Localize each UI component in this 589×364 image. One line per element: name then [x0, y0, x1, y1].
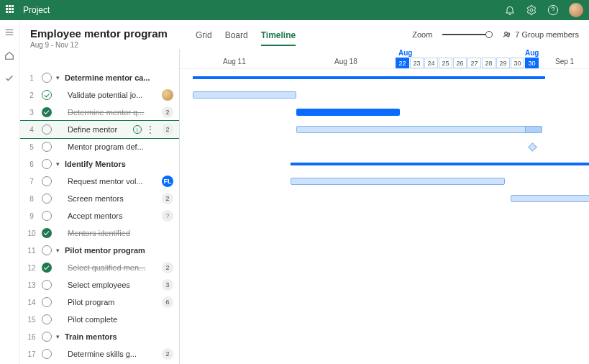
menu-icon[interactable] — [4, 27, 16, 39]
tab-board[interactable]: Board — [225, 30, 248, 46]
task-label: Mentors identified — [56, 229, 173, 237]
status-circle[interactable] — [42, 297, 52, 307]
task-bar[interactable] — [296, 126, 541, 133]
day-cell[interactable]: 28 — [482, 58, 496, 68]
zoom-slider[interactable] — [442, 31, 493, 38]
task-label: Pilot mentor program — [63, 246, 173, 255]
info-icon[interactable]: i — [133, 125, 142, 134]
home-icon[interactable] — [4, 50, 16, 62]
day-cell[interactable]: 23 — [410, 58, 424, 68]
settings-icon[interactable] — [526, 4, 537, 16]
task-row[interactable]: 3Determine mentor q...2 — [20, 104, 179, 121]
count-badge[interactable]: 3 — [162, 279, 173, 291]
summary-bar[interactable] — [291, 163, 589, 165]
task-row[interactable]: 10Mentors identified — [20, 224, 179, 242]
status-circle[interactable] — [42, 142, 52, 152]
task-bar[interactable] — [296, 109, 400, 116]
count-badge[interactable]: 2 — [162, 262, 173, 273]
status-circle[interactable] — [42, 349, 52, 359]
week-label: Sep 1 — [555, 58, 574, 65]
chevron-down-icon[interactable]: ▾ — [56, 74, 63, 81]
day-cell[interactable]: 24 — [424, 58, 438, 68]
task-row[interactable]: 2Validate potential jo... — [20, 86, 179, 104]
week-label: Aug 18 — [334, 58, 357, 65]
task-row[interactable]: 7Request mentor vol...FL — [20, 173, 179, 190]
chevron-down-icon[interactable]: ▾ — [56, 160, 63, 168]
user-avatar[interactable] — [569, 3, 583, 17]
gantt-row — [180, 259, 589, 276]
chevron-down-icon[interactable]: ▾ — [56, 247, 63, 254]
task-row[interactable]: 17Determine skills g...2 — [20, 345, 179, 363]
task-bar[interactable] — [511, 195, 589, 202]
status-circle[interactable] — [42, 107, 52, 117]
count-badge[interactable]: 2 — [162, 106, 173, 118]
status-circle[interactable] — [42, 211, 52, 221]
help-icon[interactable] — [547, 4, 559, 16]
status-circle[interactable] — [42, 159, 52, 169]
task-row[interactable]: 6▾Identify Mentors — [20, 155, 179, 173]
task-label: Mentor program def... — [56, 142, 173, 151]
task-row[interactable]: 14Pilot program6 — [20, 294, 179, 311]
row-number: 11 — [26, 247, 37, 255]
status-circle[interactable] — [42, 280, 52, 290]
task-bar[interactable] — [193, 91, 296, 99]
task-row[interactable]: 11▾Pilot mentor program — [20, 242, 179, 259]
day-cell[interactable]: 30 — [511, 58, 524, 68]
assignee-avatar[interactable] — [162, 89, 173, 101]
group-members-button[interactable]: 7 Group members — [503, 30, 579, 39]
status-circle[interactable] — [42, 73, 52, 83]
day-cell[interactable]: 26 — [453, 58, 467, 68]
task-bar[interactable] — [525, 126, 542, 133]
week-label: Aug 11 — [223, 58, 246, 65]
chevron-down-icon[interactable]: ▾ — [56, 333, 63, 340]
task-bar[interactable] — [291, 178, 505, 185]
status-circle[interactable] — [42, 332, 52, 342]
status-circle[interactable] — [42, 90, 52, 100]
day-cell[interactable]: 29 — [496, 58, 510, 68]
app-launcher-icon[interactable] — [6, 5, 16, 15]
count-badge[interactable]: 6 — [162, 296, 173, 308]
day-cell[interactable]: 25 — [439, 58, 452, 68]
status-circle[interactable] — [42, 176, 52, 186]
day-cell[interactable]: 22 — [396, 58, 409, 68]
gantt-row — [180, 224, 589, 242]
day-cell[interactable]: 27 — [467, 58, 481, 68]
gantt-row — [180, 311, 589, 328]
notification-icon[interactable] — [504, 4, 516, 16]
status-circle[interactable] — [42, 263, 52, 273]
milestone-icon[interactable] — [528, 142, 537, 152]
tab-timeline[interactable]: Timeline — [261, 30, 296, 46]
gantt-row — [180, 173, 589, 190]
gantt-row — [180, 328, 589, 345]
row-number: 8 — [26, 195, 37, 203]
count-badge[interactable]: 2 — [162, 348, 173, 360]
gantt-row — [180, 190, 589, 207]
count-badge[interactable]: 2 — [162, 124, 173, 135]
task-row[interactable]: 13Select employees3 — [20, 276, 179, 294]
status-circle[interactable] — [42, 194, 52, 204]
day-cell[interactable]: 30 — [525, 58, 539, 68]
task-row[interactable]: 4Define mentori⋮2 — [20, 121, 179, 138]
task-row[interactable]: 9Accept mentors? — [20, 207, 179, 224]
status-circle[interactable] — [42, 314, 52, 324]
row-number: 4 — [26, 126, 37, 134]
status-circle[interactable] — [42, 245, 52, 255]
task-label: Screen mentors — [56, 194, 159, 203]
summary-bar[interactable] — [193, 76, 545, 79]
task-row[interactable]: 5Mentor program def... — [20, 138, 179, 155]
assignee-initials[interactable]: FL — [162, 176, 173, 187]
task-row[interactable]: 12Select qualified men...2 — [20, 259, 179, 276]
task-row[interactable]: 8Screen mentors2 — [20, 190, 179, 207]
task-row[interactable]: 1▾Determine mentor ca... — [20, 69, 179, 86]
status-circle[interactable] — [42, 228, 52, 238]
task-row[interactable]: 16▾Train mentors — [20, 328, 179, 345]
tab-grid[interactable]: Grid — [196, 30, 212, 46]
status-circle[interactable] — [42, 124, 52, 135]
count-badge[interactable]: 2 — [162, 193, 173, 204]
row-number: 1 — [26, 74, 37, 82]
more-icon[interactable]: ⋮ — [146, 125, 155, 134]
task-row[interactable]: 15Pilot complete — [20, 311, 179, 328]
project-date-range: Aug 9 - Nov 12 — [30, 41, 181, 49]
check-icon[interactable] — [4, 73, 16, 85]
count-badge[interactable]: ? — [162, 210, 173, 222]
